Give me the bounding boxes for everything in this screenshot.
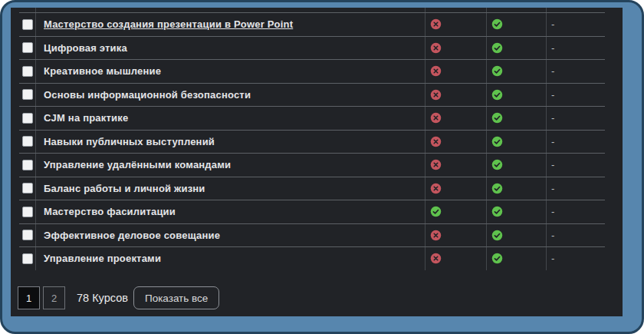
row-checkbox[interactable] (22, 183, 33, 193)
pagination: 1 2 78 Курсов Показать все (18, 286, 219, 309)
check-circle-icon (491, 18, 503, 30)
table-row: Мастерство фасилитации- (19, 200, 605, 223)
page-button-2[interactable]: 2 (43, 286, 65, 309)
courses-table: Мастерство создания презентации в Power … (19, 8, 605, 270)
course-title[interactable]: Эффективное деловое совещание (44, 230, 220, 241)
show-all-button[interactable]: Показать все (133, 286, 219, 309)
course-title[interactable]: CJM на практике (44, 112, 128, 124)
status-cell-2 (487, 107, 547, 130)
row-checkbox[interactable] (22, 19, 33, 30)
extra-cell: - (547, 60, 605, 83)
status-cell-2 (487, 154, 547, 177)
cross-circle-icon (430, 89, 442, 101)
table-row: Креативное мышление- (19, 59, 605, 83)
status-cell-1 (426, 177, 487, 200)
course-count-label: 78 Курсов (77, 292, 128, 304)
status-cell-1 (426, 37, 487, 60)
checkbox-cell (19, 154, 36, 177)
course-title[interactable]: Креативное мышление (44, 65, 161, 77)
course-name-cell: Цифровая этика (36, 37, 426, 60)
cross-circle-icon (430, 18, 442, 30)
status-cell-1 (426, 200, 487, 223)
table-row: Навыки публичных выступлений- (19, 130, 605, 154)
course-name-cell (36, 8, 426, 12)
status-cell-1 (426, 8, 487, 12)
checkbox-cell (19, 84, 36, 107)
status-cell-1 (426, 247, 487, 270)
window-frame: Мастерство создания презентации в Power … (0, 0, 644, 334)
check-circle-icon (491, 89, 503, 101)
table-top-clip (19, 8, 605, 12)
check-circle-icon (430, 206, 442, 217)
course-title[interactable]: Управление удалёнными командами (44, 159, 231, 170)
course-title[interactable]: Мастерство фасилитации (44, 206, 176, 217)
extra-cell: - (547, 247, 605, 270)
row-checkbox[interactable] (22, 230, 33, 240)
row-checkbox[interactable] (22, 113, 33, 124)
course-name-cell: CJM на практике (36, 107, 426, 130)
checkbox-cell (19, 8, 36, 12)
extra-cell (547, 8, 605, 12)
course-name-cell: Управление проектами (36, 247, 426, 270)
extra-cell: - (547, 13, 605, 36)
cross-circle-icon (430, 65, 442, 77)
extra-cell: - (547, 37, 605, 60)
cross-circle-icon (430, 230, 442, 241)
status-cell-2 (487, 84, 547, 107)
course-title[interactable]: Баланс работы и личной жизни (44, 183, 205, 194)
extra-cell: - (547, 177, 605, 200)
course-title-link[interactable]: Мастерство создания презентации в Power … (44, 18, 293, 30)
table-row: CJM на практике- (19, 106, 605, 130)
row-checkbox[interactable] (22, 136, 33, 147)
status-cell-1 (426, 131, 487, 154)
page-button-1[interactable]: 1 (18, 286, 40, 309)
check-circle-icon (491, 253, 503, 264)
status-cell-1 (426, 84, 487, 107)
courses-table-rows: Мастерство создания презентации в Power … (19, 12, 605, 270)
course-name-cell: Мастерство создания презентации в Power … (36, 13, 426, 36)
table-row: Баланс работы и личной жизни- (19, 177, 605, 200)
row-checkbox[interactable] (22, 160, 33, 170)
cross-circle-icon (430, 253, 442, 264)
status-cell-1 (426, 154, 487, 177)
course-name-cell: Мастерство фасилитации (36, 200, 426, 223)
course-title[interactable]: Навыки публичных выступлений (44, 136, 215, 147)
status-cell-2 (487, 60, 547, 83)
row-checkbox[interactable] (22, 42, 33, 53)
checkbox-cell (19, 107, 36, 130)
status-cell-1 (426, 107, 487, 130)
cross-circle-icon (430, 159, 442, 170)
status-cell-2 (487, 200, 547, 223)
status-cell-1 (426, 13, 487, 36)
check-circle-icon (491, 136, 503, 147)
checkbox-cell (19, 200, 36, 223)
checkbox-cell (19, 177, 36, 200)
row-checkbox[interactable] (22, 207, 33, 217)
checkbox-cell (19, 60, 36, 83)
course-title[interactable]: Основы информационной безопасности (44, 89, 251, 101)
checkbox-cell (19, 37, 36, 60)
status-cell-2 (487, 131, 547, 154)
row-checkbox[interactable] (22, 89, 33, 100)
extra-cell: - (547, 154, 605, 177)
cross-circle-icon (430, 136, 442, 147)
cross-circle-icon (430, 42, 442, 54)
check-circle-icon (491, 65, 503, 77)
table-row: Мастерство создания презентации в Power … (19, 12, 605, 36)
course-title[interactable]: Управление проектами (44, 253, 161, 264)
course-name-cell: Управление удалёнными командами (36, 154, 426, 177)
table-row: Эффективное деловое совещание- (19, 223, 605, 247)
check-circle-icon (491, 183, 503, 194)
check-circle-icon (491, 112, 503, 124)
row-checkbox[interactable] (22, 253, 33, 264)
checkbox-cell (19, 247, 36, 270)
checkbox-cell (19, 131, 36, 154)
check-circle-icon (491, 206, 503, 217)
course-title[interactable]: Цифровая этика (44, 42, 127, 54)
table-row: Основы информационной безопасности- (19, 83, 605, 107)
status-cell-2 (487, 224, 547, 247)
extra-cell: - (547, 131, 605, 154)
status-cell-2 (487, 8, 547, 12)
row-checkbox[interactable] (22, 66, 33, 77)
extra-cell: - (547, 200, 605, 223)
